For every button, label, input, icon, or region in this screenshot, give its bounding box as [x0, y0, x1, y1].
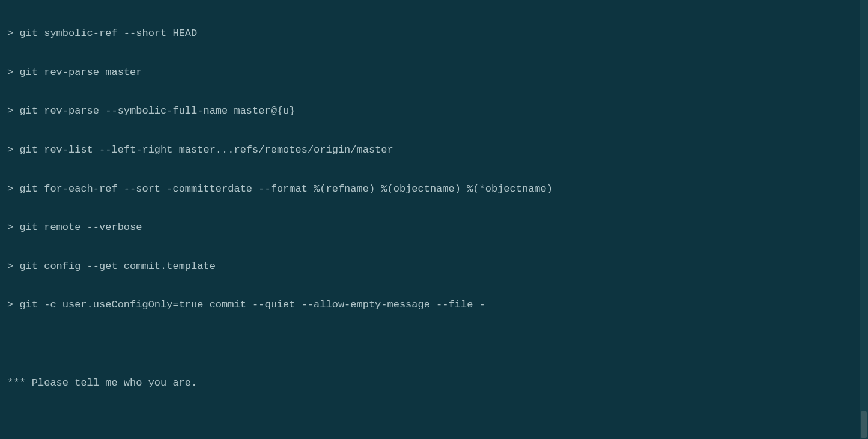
blank-line	[7, 335, 861, 354]
prompt-symbol: >	[7, 222, 19, 233]
command-line: > git rev-parse --symbolic-full-name mas…	[7, 101, 861, 121]
scrollbar-thumb[interactable]	[861, 411, 867, 438]
command-text: git -c user.useConfigOnly=true commit --…	[19, 299, 485, 310]
command-text: git for-each-ref --sort -committerdate -…	[19, 183, 553, 195]
command-line: > git config --get commit.template	[7, 257, 861, 276]
terminal-output-area[interactable]: > git symbolic-ref --short HEAD > git re…	[7, 5, 861, 439]
prompt-symbol: >	[7, 183, 19, 195]
prompt-symbol: >	[7, 144, 19, 156]
command-line: > git remote --verbose	[7, 218, 861, 237]
command-text: git config --get commit.template	[19, 261, 215, 272]
command-line: > git for-each-ref --sort -committerdate…	[7, 180, 861, 199]
command-text: git rev-list --left-right master...refs/…	[19, 144, 393, 156]
prompt-symbol: >	[7, 105, 19, 117]
command-line: > git rev-list --left-right master...ref…	[7, 141, 861, 160]
prompt-symbol: >	[7, 28, 19, 39]
command-line: > git symbolic-ref --short HEAD	[7, 24, 861, 43]
command-line: > git -c user.useConfigOnly=true commit …	[7, 295, 861, 315]
command-text: git rev-parse master	[19, 67, 142, 78]
command-text: git rev-parse --symbolic-full-name maste…	[19, 105, 295, 117]
scrollbar-track[interactable]	[860, 0, 868, 439]
command-line: > git rev-parse master	[7, 63, 861, 82]
command-text: git remote --verbose	[19, 222, 142, 233]
prompt-symbol: >	[7, 67, 19, 78]
git-output-line: *** Please tell me who you are.	[7, 374, 861, 393]
prompt-symbol: >	[7, 261, 19, 272]
command-text: git symbolic-ref --short HEAD	[19, 28, 197, 39]
blank-line	[7, 412, 861, 431]
prompt-symbol: >	[7, 299, 19, 310]
